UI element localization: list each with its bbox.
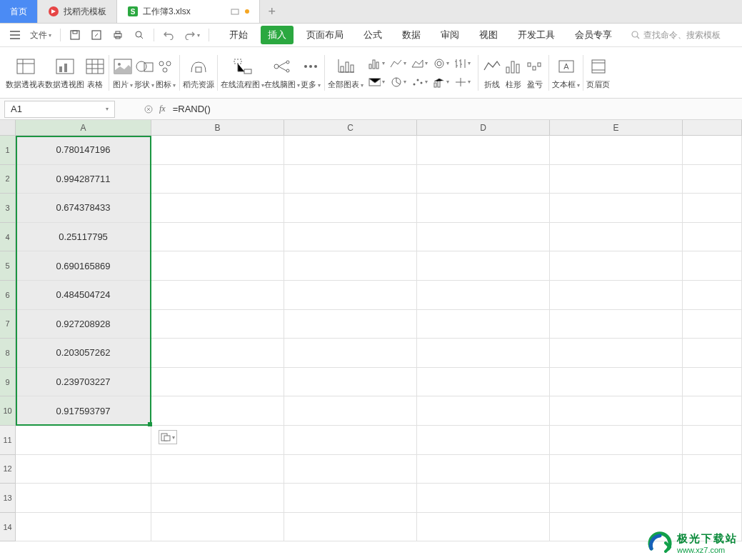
cell[interactable]: 0.917593797 — [16, 396, 151, 426]
line-chart-icon[interactable]: ▾ — [389, 55, 406, 72]
tab-data[interactable]: 数据 — [395, 26, 428, 44]
cell[interactable] — [417, 396, 550, 426]
redo-icon[interactable]: ▾ — [180, 27, 204, 43]
cell[interactable] — [151, 136, 284, 165]
save-as-icon[interactable] — [86, 26, 106, 44]
cell[interactable] — [683, 165, 742, 194]
ribbon-more[interactable]: 更多▾ — [300, 56, 321, 90]
fx-icon[interactable]: fx — [159, 104, 166, 114]
row-header[interactable]: 12 — [0, 455, 16, 484]
hamburger-icon[interactable] — [6, 28, 24, 42]
ribbon-pivot-chart[interactable]: 数据透视图 — [45, 56, 84, 90]
envelope-chart-icon[interactable]: ▾ — [368, 74, 385, 91]
cell[interactable] — [284, 251, 417, 281]
cell[interactable] — [16, 513, 151, 542]
undo-icon[interactable] — [159, 27, 179, 43]
cell[interactable] — [417, 223, 550, 252]
cell[interactable]: 0.994287711 — [16, 165, 151, 194]
cell[interactable] — [550, 368, 683, 397]
cell[interactable] — [284, 426, 417, 455]
row-header[interactable]: 11 — [0, 426, 16, 455]
cell[interactable] — [417, 194, 550, 223]
ribbon-docer-resource[interactable]: 稻壳资源 — [183, 56, 214, 90]
window-icon[interactable] — [229, 6, 241, 17]
cell[interactable] — [284, 339, 417, 368]
scatter-chart-icon[interactable]: ▾ — [411, 74, 428, 91]
row-header[interactable]: 2 — [0, 165, 16, 194]
cell[interactable] — [284, 368, 417, 397]
cell[interactable] — [284, 513, 417, 542]
col-header-E[interactable]: E — [550, 120, 683, 135]
cell[interactable] — [683, 136, 742, 165]
row-header[interactable]: 4 — [0, 223, 16, 252]
cell[interactable] — [550, 484, 683, 513]
cell[interactable] — [284, 136, 417, 165]
ribbon-icons[interactable]: 图标▾ — [155, 56, 176, 90]
cell[interactable] — [417, 339, 550, 368]
row-header[interactable]: 1 — [0, 136, 16, 165]
cell[interactable]: 0.674378433 — [16, 194, 151, 223]
cell[interactable] — [284, 484, 417, 513]
row-header[interactable]: 5 — [0, 251, 16, 281]
area-chart-icon[interactable]: ▾ — [411, 55, 428, 72]
col-header-D[interactable]: D — [417, 120, 550, 135]
cell[interactable] — [417, 251, 550, 281]
row-header[interactable]: 9 — [0, 368, 16, 397]
row-header[interactable]: 13 — [0, 484, 16, 513]
ribbon-textbox[interactable]: A 文本框▾ — [552, 56, 580, 90]
cell[interactable]: 0.484504724 — [16, 281, 151, 310]
tab-docer-templates[interactable]: 找稻壳模板 — [38, 0, 117, 23]
ribbon-all-charts[interactable]: 全部图表▾ — [328, 56, 364, 90]
row-header[interactable]: 7 — [0, 310, 16, 339]
combo-chart-icon[interactable]: ▾ — [432, 74, 449, 91]
pie-chart-icon[interactable]: ▾ — [389, 74, 406, 91]
cell[interactable]: 0.690165869 — [16, 251, 151, 281]
cell[interactable] — [550, 455, 683, 484]
cell[interactable] — [550, 281, 683, 310]
cell[interactable] — [151, 194, 284, 223]
cell[interactable] — [151, 339, 284, 368]
tab-review[interactable]: 审阅 — [433, 26, 466, 44]
cell[interactable] — [151, 310, 284, 339]
cell[interactable] — [417, 455, 550, 484]
col-header-F[interactable] — [683, 120, 742, 135]
cell[interactable] — [683, 281, 742, 310]
cell[interactable] — [417, 310, 550, 339]
ribbon-header-footer[interactable]: 页眉页 — [586, 56, 610, 90]
file-menu[interactable]: 文件 ▾ — [26, 26, 56, 44]
col-header-C[interactable]: C — [284, 120, 417, 135]
cell[interactable] — [151, 455, 284, 484]
cell[interactable] — [284, 310, 417, 339]
cell[interactable] — [284, 165, 417, 194]
tab-formula[interactable]: 公式 — [356, 26, 389, 44]
tab-add-button[interactable]: + — [260, 0, 284, 23]
cell[interactable] — [683, 484, 742, 513]
cell[interactable] — [417, 281, 550, 310]
tab-dev-tools[interactable]: 开发工具 — [511, 26, 562, 44]
ribbon-online-flowchart[interactable]: 在线流程图▾ — [221, 56, 264, 90]
cell[interactable] — [16, 455, 151, 484]
tab-workbook[interactable]: S 工作簿3.xlsx — [117, 0, 260, 23]
cell[interactable] — [550, 310, 683, 339]
cell[interactable] — [16, 426, 151, 455]
cell[interactable] — [151, 396, 284, 426]
ribbon-pivot-table[interactable]: 数据透视表 — [6, 56, 45, 90]
ribbon-sparkline-column[interactable]: 柱形 — [503, 56, 524, 90]
cell[interactable] — [550, 396, 683, 426]
cell[interactable] — [151, 368, 284, 397]
cell[interactable] — [417, 426, 550, 455]
cell[interactable] — [550, 426, 683, 455]
row-header[interactable]: 14 — [0, 513, 16, 542]
col-header-B[interactable]: B — [151, 120, 284, 135]
tab-insert[interactable]: 插入 — [261, 26, 294, 44]
cell[interactable] — [417, 165, 550, 194]
ribbon-sparkline-winloss[interactable]: 盈亏 — [524, 56, 546, 90]
formula-input[interactable]: =RAND() — [166, 104, 742, 114]
cell[interactable] — [284, 194, 417, 223]
tab-view[interactable]: 视图 — [472, 26, 505, 44]
cell[interactable] — [151, 513, 284, 542]
select-all-corner[interactable] — [0, 120, 16, 135]
cell[interactable] — [284, 281, 417, 310]
ribbon-table[interactable]: 表格 — [84, 56, 106, 90]
row-header[interactable]: 8 — [0, 339, 16, 368]
